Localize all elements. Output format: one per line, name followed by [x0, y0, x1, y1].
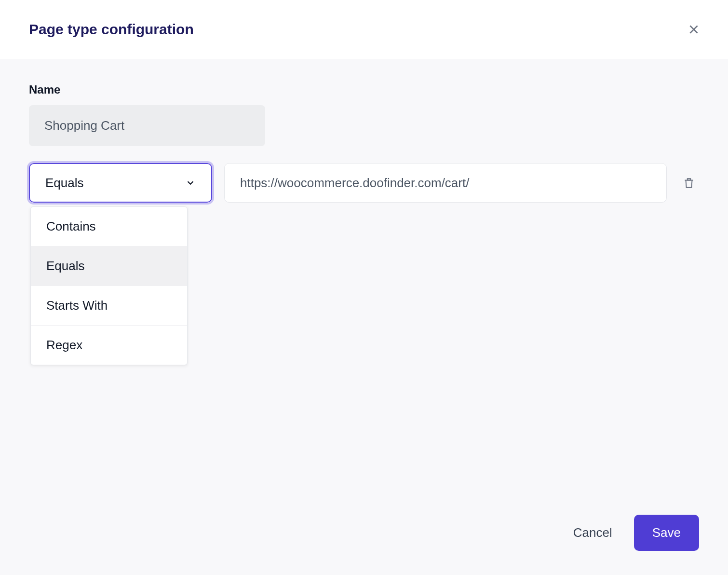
modal-header: Page type configuration — [0, 0, 728, 59]
url-input[interactable] — [224, 163, 667, 203]
delete-rule-button[interactable] — [679, 172, 699, 193]
chevron-down-icon — [185, 178, 196, 188]
operator-option-contains[interactable]: Contains — [31, 207, 187, 246]
rule-row: Equals Contains Equals Starts With Regex — [29, 163, 699, 203]
operator-select[interactable]: Equals — [29, 163, 212, 203]
modal-body: Name Equals Contains Equals Starts With … — [0, 59, 728, 575]
modal-container: Page type configuration Name Equals Cont… — [0, 0, 728, 575]
modal-footer: Cancel Save — [568, 515, 699, 551]
operator-option-equals[interactable]: Equals — [31, 246, 187, 286]
name-label: Name — [29, 83, 699, 96]
cancel-button[interactable]: Cancel — [568, 516, 617, 550]
save-button[interactable]: Save — [634, 515, 699, 551]
operator-dropdown-menu: Contains Equals Starts With Regex — [30, 206, 188, 365]
operator-selected-label: Equals — [45, 176, 84, 191]
name-input[interactable] — [29, 105, 265, 146]
close-icon — [688, 23, 700, 36]
operator-option-regex[interactable]: Regex — [31, 326, 187, 365]
operator-option-starts-with[interactable]: Starts With — [31, 286, 187, 326]
trash-icon — [683, 176, 695, 190]
modal-title: Page type configuration — [29, 21, 194, 38]
operator-select-wrapper: Equals Contains Equals Starts With Regex — [29, 163, 212, 203]
close-button[interactable] — [684, 19, 704, 40]
